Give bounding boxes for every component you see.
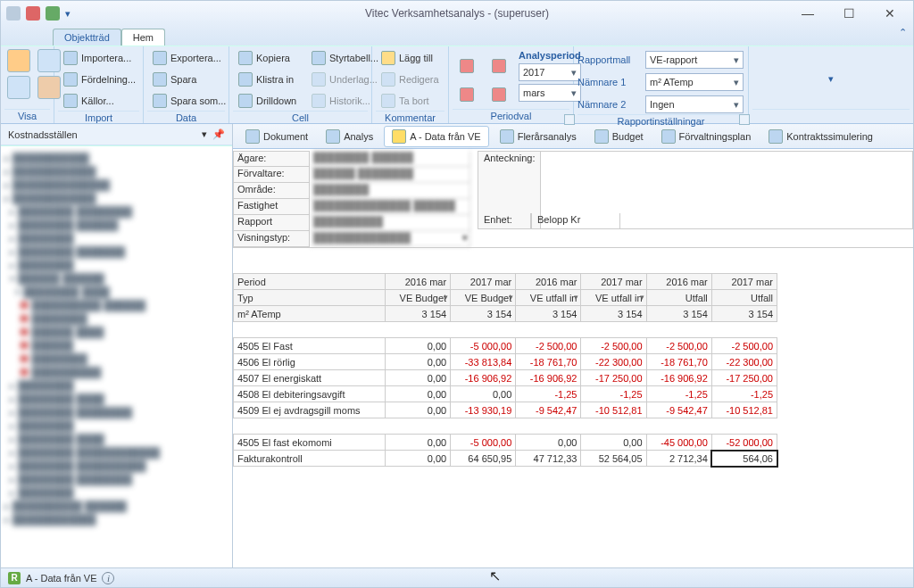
- laggtill-button[interactable]: Lägg till: [376, 48, 447, 68]
- cell[interactable]: 0,00: [386, 370, 451, 386]
- cell[interactable]: -22 300,00: [711, 354, 777, 370]
- cell[interactable]: -1,25: [516, 386, 581, 402]
- row-label[interactable]: 4508 El debiteringsavgift: [234, 386, 386, 402]
- cell[interactable]: 0,00: [386, 402, 451, 418]
- cell[interactable]: 64 650,95: [451, 451, 516, 467]
- tab-adata[interactable]: A - Data från VE: [384, 126, 488, 147]
- data-table[interactable]: Period 2016 mar 2017 mar 2016 mar 2017 m…: [233, 273, 777, 467]
- cell[interactable]: 564,06: [711, 451, 777, 467]
- cell[interactable]: -2 500,00: [711, 338, 777, 354]
- tab-budget[interactable]: Budget: [587, 127, 651, 146]
- cell[interactable]: 0,00: [516, 435, 581, 451]
- prop-rapport: Rapport: [233, 215, 310, 231]
- group-kommentar: Kommentar: [376, 111, 445, 123]
- cell[interactable]: 0,00: [386, 338, 451, 354]
- cell[interactable]: 0,00: [386, 435, 451, 451]
- row-label[interactable]: 4505 El Fast: [234, 338, 386, 354]
- row-label[interactable]: Fakturakontroll: [234, 451, 386, 467]
- qat-icon-2[interactable]: [46, 6, 60, 21]
- cell[interactable]: -2 500,00: [581, 338, 646, 354]
- row-label[interactable]: 4506 El rörlig: [234, 354, 386, 370]
- collapse-ribbon-icon[interactable]: ⌃: [899, 27, 907, 38]
- info-icon[interactable]: i: [102, 572, 114, 584]
- tab-analys[interactable]: Analys: [319, 127, 380, 146]
- tab-objekttrad[interactable]: Objektträd: [53, 29, 121, 46]
- cell[interactable]: -10 512,81: [711, 402, 777, 418]
- visa-btn-1[interactable]: [4, 48, 33, 73]
- kopiera-button[interactable]: Kopiera: [233, 48, 304, 68]
- tab-flerars[interactable]: Flerårsanalys: [493, 127, 584, 146]
- klistrain-button[interactable]: Klistra in: [233, 70, 304, 89]
- cell[interactable]: -16 906,92: [516, 370, 581, 386]
- tab-dokument[interactable]: Dokument: [238, 127, 315, 146]
- sparasom-button[interactable]: Spara som...: [147, 91, 231, 111]
- drilldown-button[interactable]: Drilldown: [233, 91, 304, 111]
- period-nav-prev[interactable]: [453, 82, 481, 107]
- cell[interactable]: -9 542,47: [516, 402, 581, 418]
- tab-hem[interactable]: Hem: [121, 29, 165, 46]
- cell[interactable]: 0,00: [386, 451, 451, 467]
- cell[interactable]: -45 000,00: [646, 435, 711, 451]
- spara-button[interactable]: Spara: [147, 70, 231, 89]
- namnare1-select[interactable]: m² ATemp▾: [645, 73, 744, 91]
- cell[interactable]: -2 500,00: [516, 338, 581, 354]
- cell[interactable]: 0,00: [386, 354, 451, 370]
- kallor-button[interactable]: Källor...: [58, 91, 141, 111]
- cell[interactable]: -5 000,00: [451, 435, 516, 451]
- cell[interactable]: -18 761,70: [646, 354, 711, 370]
- cell[interactable]: -16 906,92: [646, 370, 711, 386]
- window-title: Vitec Verksamhetsanalys - (superuser): [365, 7, 549, 20]
- cell[interactable]: 0,00: [386, 386, 451, 402]
- cell[interactable]: 2 712,34: [646, 451, 711, 467]
- close-button[interactable]: ✕: [877, 4, 902, 22]
- cell[interactable]: -1,25: [711, 386, 777, 402]
- cell[interactable]: -13 930,19: [451, 402, 516, 418]
- redigera-button[interactable]: Redigera: [376, 70, 447, 89]
- group-visa: Visa: [4, 109, 50, 123]
- period-nav-next-group[interactable]: [485, 54, 513, 79]
- cell[interactable]: -9 542,47: [646, 402, 711, 418]
- cell[interactable]: -10 512,81: [581, 402, 646, 418]
- sidepanel-pin-icon[interactable]: 📌: [212, 128, 225, 140]
- ribbon-overflow[interactable]: ▾: [828, 73, 834, 85]
- cell[interactable]: -52 000,00: [711, 435, 777, 451]
- minimize-button[interactable]: —: [795, 4, 820, 22]
- row-label[interactable]: 4505 El fast ekomomi: [234, 435, 386, 451]
- cell[interactable]: -22 300,00: [581, 354, 646, 370]
- cell[interactable]: -2 500,00: [646, 338, 711, 354]
- qat-icon-1[interactable]: [26, 6, 40, 21]
- cell[interactable]: -1,25: [646, 386, 711, 402]
- cell[interactable]: -1,25: [581, 386, 646, 402]
- year-select[interactable]: 2017▾: [519, 63, 581, 81]
- cell[interactable]: -18 761,70: [516, 354, 581, 370]
- importera-button[interactable]: Importera...: [58, 48, 141, 68]
- row-label[interactable]: 4509 El ej avdragsgill moms: [234, 402, 386, 418]
- cell[interactable]: -33 813,84: [451, 354, 516, 370]
- exportera-button[interactable]: Exportera...: [147, 48, 231, 68]
- rapportmall-select[interactable]: VE-rapport▾: [645, 51, 744, 69]
- cell[interactable]: -17 250,00: [711, 370, 777, 386]
- period-nav-prev-group[interactable]: [453, 54, 481, 79]
- cell[interactable]: 0,00: [451, 386, 516, 402]
- prop-agare: Ägare:: [233, 151, 310, 167]
- month-select[interactable]: mars▾: [519, 84, 581, 102]
- period-nav-next[interactable]: [485, 82, 513, 107]
- maximize-button[interactable]: ☐: [836, 4, 861, 22]
- tab-forvalt[interactable]: Förvaltningsplan: [654, 127, 759, 146]
- tab-kontrakt[interactable]: Kontraktssimulering: [761, 127, 880, 146]
- cell[interactable]: 0,00: [581, 435, 646, 451]
- row-label[interactable]: 4507 El energiskatt: [234, 370, 386, 386]
- cell[interactable]: -16 906,92: [451, 370, 516, 386]
- sidepanel-menu-icon[interactable]: ▾: [202, 128, 207, 140]
- fordelning-button[interactable]: Fördelning...: [58, 70, 141, 89]
- cell[interactable]: -5 000,00: [451, 338, 516, 354]
- qat-dropdown[interactable]: ▾: [65, 8, 71, 20]
- tabort-button[interactable]: Ta bort: [376, 91, 447, 111]
- namnare2-select[interactable]: Ingen▾: [645, 95, 744, 113]
- visa-btn-3[interactable]: [4, 75, 33, 100]
- cell[interactable]: -17 250,00: [581, 370, 646, 386]
- cell[interactable]: 47 712,33: [516, 451, 581, 467]
- cell[interactable]: 52 564,05: [581, 451, 646, 467]
- hdr-period: Period: [234, 274, 386, 290]
- tree-view[interactable]: ▸ ███████████▸ ████████████▸ ███████████…: [1, 145, 232, 567]
